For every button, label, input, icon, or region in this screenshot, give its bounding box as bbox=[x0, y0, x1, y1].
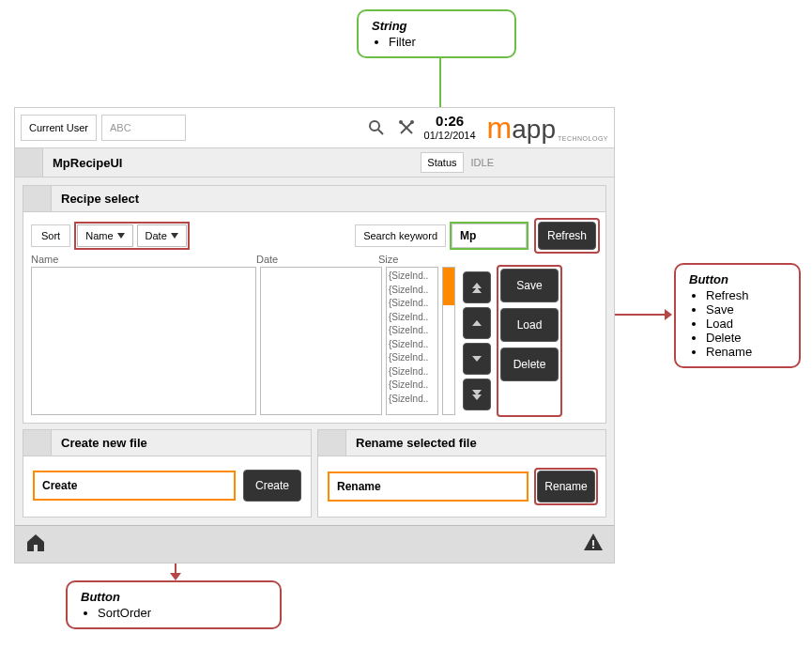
section-rename: Rename selected file Rename bbox=[317, 429, 606, 518]
rename-title: Rename selected file bbox=[346, 430, 486, 456]
size-item: {SizeInd.. bbox=[389, 338, 436, 352]
col-size: Size bbox=[378, 254, 598, 265]
logo-m: m bbox=[487, 111, 513, 146]
size-item: {SizeInd.. bbox=[389, 365, 436, 379]
scroll-down-button[interactable] bbox=[463, 343, 491, 375]
clock-date: 01/12/2014 bbox=[424, 130, 476, 142]
section-header: Recipe select bbox=[23, 186, 605, 212]
sort-buttons: Name Date bbox=[76, 224, 188, 248]
status: Status IDLE bbox=[421, 152, 501, 173]
load-button[interactable]: Load bbox=[500, 308, 559, 342]
columns-row: Name Date Size bbox=[23, 254, 605, 267]
home-icon[interactable] bbox=[24, 532, 47, 557]
size-item: {SizeInd.. bbox=[389, 393, 436, 407]
list-size[interactable]: {SizeInd.. {SizeInd.. {SizeInd.. {SizeIn… bbox=[386, 267, 438, 415]
scroll-bottom-button[interactable] bbox=[463, 379, 491, 410]
svg-rect-7 bbox=[592, 547, 594, 549]
current-user-value: ABC bbox=[101, 115, 186, 141]
size-item: {SizeInd.. bbox=[389, 379, 436, 393]
lists-row: {SizeInd.. {SizeInd.. {SizeInd.. {SizeIn… bbox=[23, 267, 605, 423]
rename-button[interactable]: Rename bbox=[537, 471, 595, 502]
svg-point-4 bbox=[399, 120, 403, 124]
callout-string: String Filter bbox=[357, 9, 516, 58]
callout-title: Button bbox=[689, 272, 786, 286]
callout-item: Refresh bbox=[706, 288, 786, 302]
rename-input[interactable] bbox=[328, 471, 529, 502]
subheader-pad bbox=[15, 148, 43, 177]
callout-item: Save bbox=[706, 302, 786, 317]
tools-icon[interactable] bbox=[394, 116, 419, 140]
sort-name-dropdown[interactable]: Name bbox=[77, 224, 132, 247]
section-recipe: Recipe select Sort Name Date Search keyw… bbox=[23, 185, 606, 424]
logo-tech: TECHNOLOGY bbox=[558, 135, 608, 142]
size-item: {SizeInd.. bbox=[389, 270, 436, 284]
app-header: Current User ABC 0:26 01/12/2014 m app T… bbox=[15, 108, 614, 147]
svg-point-5 bbox=[410, 120, 414, 124]
create-title: Create new file bbox=[52, 430, 157, 456]
arrowhead bbox=[665, 309, 672, 320]
size-item: {SizeInd.. bbox=[389, 284, 436, 298]
section-title: Recipe select bbox=[52, 186, 148, 211]
callout-item: SortOrder bbox=[98, 606, 267, 620]
status-value: IDLE bbox=[464, 153, 501, 172]
footer-bar bbox=[15, 525, 614, 563]
list-name[interactable] bbox=[31, 267, 256, 415]
current-user-label: Current User bbox=[21, 115, 97, 141]
sort-name-text: Name bbox=[85, 230, 113, 241]
size-item: {SizeInd.. bbox=[389, 351, 436, 365]
sort-label: Sort bbox=[31, 224, 70, 247]
status-label: Status bbox=[421, 152, 463, 173]
search-input[interactable] bbox=[452, 224, 527, 248]
col-name: Name bbox=[31, 254, 256, 265]
sort-date-dropdown[interactable]: Date bbox=[137, 224, 187, 247]
section-create: Create new file Create bbox=[23, 429, 312, 518]
alert-icon[interactable] bbox=[582, 532, 605, 557]
section-pad bbox=[23, 430, 52, 456]
scrollbar[interactable] bbox=[442, 267, 455, 415]
callout-title: Button bbox=[81, 590, 267, 604]
section-pad bbox=[318, 430, 346, 456]
sort-date-text: Date bbox=[146, 230, 167, 241]
callout-buttons: Button Refresh Save Load Delete Rename bbox=[674, 263, 801, 368]
arrowhead bbox=[170, 573, 181, 580]
callout-item: Filter bbox=[389, 35, 501, 49]
logo-app: app bbox=[512, 115, 556, 145]
bottom-sections: Create new file Create Rename selected f… bbox=[23, 429, 606, 518]
search-icon[interactable] bbox=[364, 116, 389, 140]
callout-title: String bbox=[372, 19, 501, 33]
action-button-group-main: Save Load Delete bbox=[498, 267, 560, 415]
main-area: Recipe select Sort Name Date Search keyw… bbox=[15, 178, 614, 525]
callout-sortorder: Button SortOrder bbox=[66, 580, 282, 629]
delete-button[interactable]: Delete bbox=[500, 348, 559, 381]
svg-rect-6 bbox=[592, 540, 594, 546]
save-button[interactable]: Save bbox=[500, 269, 559, 302]
size-item: {SizeInd.. bbox=[389, 297, 436, 311]
create-input[interactable] bbox=[33, 471, 236, 501]
search-label: Search keyword bbox=[355, 224, 446, 247]
callout-item: Rename bbox=[706, 345, 786, 359]
clock: 0:26 01/12/2014 bbox=[424, 113, 476, 142]
clock-time: 0:26 bbox=[424, 113, 476, 130]
col-date: Date bbox=[256, 254, 378, 265]
size-item: {SizeInd.. bbox=[389, 324, 436, 338]
svg-line-1 bbox=[378, 130, 383, 134]
size-item: {SizeInd.. bbox=[389, 311, 436, 325]
controls-row: Sort Name Date Search keyword Refresh bbox=[23, 212, 605, 259]
action-button-group: Refresh bbox=[536, 220, 598, 252]
create-button[interactable]: Create bbox=[243, 470, 301, 502]
chevron-down-icon bbox=[171, 233, 178, 239]
scroll-top-button[interactable] bbox=[463, 271, 491, 303]
refresh-button[interactable]: Refresh bbox=[538, 222, 596, 250]
page-title: MpRecipeUI bbox=[43, 150, 421, 176]
list-date[interactable] bbox=[260, 267, 382, 415]
svg-point-0 bbox=[370, 121, 379, 131]
scroll-thumb[interactable] bbox=[443, 268, 454, 305]
app-window: Current User ABC 0:26 01/12/2014 m app T… bbox=[14, 107, 615, 564]
scroll-up-button[interactable] bbox=[463, 307, 491, 339]
chevron-down-icon bbox=[117, 233, 125, 239]
callout-item: Load bbox=[706, 317, 786, 331]
arrow-buttons bbox=[463, 267, 491, 415]
logo: m app TECHNOLOGY bbox=[487, 111, 608, 146]
callout-item: Delete bbox=[706, 331, 786, 345]
section-pad bbox=[23, 186, 52, 211]
